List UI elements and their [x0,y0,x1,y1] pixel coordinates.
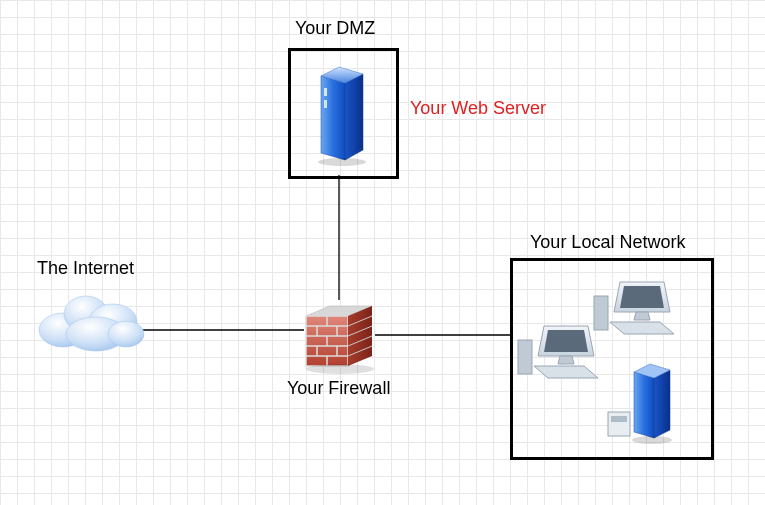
svg-marker-24 [348,306,372,366]
firewall-label: Your Firewall [287,378,390,399]
svg-rect-45 [611,416,627,422]
svg-marker-31 [620,286,664,308]
svg-point-5 [318,158,366,166]
firewall-icon [300,298,380,378]
server-icon [608,364,672,444]
internet-label: The Internet [37,258,134,279]
workstation-icon [518,326,598,378]
lan-label: Your Local Network [530,232,685,253]
svg-rect-3 [324,88,327,96]
dmz-label: Your DMZ [295,18,375,39]
svg-rect-34 [594,296,608,330]
workstation-icon [594,282,674,334]
svg-marker-40 [634,372,654,438]
svg-marker-36 [544,330,588,352]
svg-rect-39 [518,340,532,374]
server-icon [313,58,373,168]
svg-marker-33 [610,322,674,334]
svg-marker-32 [634,312,650,320]
svg-rect-4 [324,100,327,108]
svg-rect-44 [608,412,630,436]
svg-point-43 [632,436,672,444]
cloud-icon [28,282,158,362]
svg-marker-41 [654,370,670,438]
svg-point-29 [306,364,374,374]
svg-marker-38 [534,366,598,378]
svg-point-10 [108,321,144,347]
webserver-label: Your Web Server [410,98,546,119]
svg-marker-37 [558,356,574,364]
lan-contents [510,258,708,454]
svg-marker-1 [345,74,363,160]
